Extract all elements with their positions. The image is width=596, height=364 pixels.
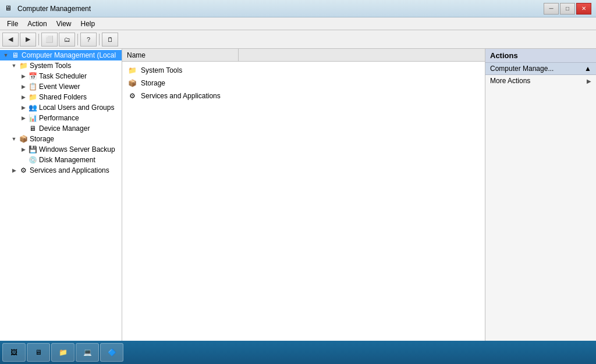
shared-folder-icon: 📁	[28, 92, 37, 102]
folder-icon: 📁	[19, 61, 28, 70]
taskbar-btn-3[interactable]: 📁	[51, 343, 74, 362]
main-area: ▼ 🖥 Computer Management (Local ▼ 📁 Syste…	[0, 49, 596, 352]
actions-section-title[interactable]: Computer Manage... ▲	[485, 63, 596, 75]
tree-label-system-tools: System Tools	[30, 62, 71, 70]
tree-node-storage[interactable]: ▼ 📦 Storage	[0, 134, 122, 144]
tree-expand-services-apps[interactable]: ▶	[9, 166, 19, 175]
services-icon: ⚙	[19, 166, 28, 175]
device-manager-icon: 🖥	[28, 124, 37, 133]
center-header: Name	[122, 49, 485, 62]
menu-bar: File Action View Help	[0, 17, 596, 30]
tree-expand-system-tools[interactable]: ▼	[9, 61, 19, 70]
close-button[interactable]: ✕	[576, 3, 591, 15]
taskbar-btn-2[interactable]: 🖥	[27, 343, 50, 362]
tree-node-windows-backup[interactable]: ▶ 💾 Windows Server Backup	[0, 144, 122, 155]
more-actions-arrow: ▶	[587, 78, 591, 84]
tree-label-windows-backup: Windows Server Backup	[39, 145, 115, 154]
tree-node-services-apps[interactable]: ▶ ⚙ Services and Applications	[0, 165, 122, 176]
center-panel: Name 📁 System Tools 📦 Storage ⚙ Services…	[122, 49, 485, 352]
center-item-storage[interactable]: 📦 Storage	[122, 77, 485, 90]
menu-file[interactable]: File	[2, 19, 23, 29]
center-item-system-tools[interactable]: 📁 System Tools	[122, 64, 485, 77]
toolbar-separator-2	[77, 34, 78, 45]
disk-icon: 💿	[28, 155, 37, 165]
center-storage-icon: 📦	[127, 78, 137, 88]
tree-node-event-viewer[interactable]: ▶ 📋 Event Viewer	[0, 81, 122, 92]
actions-header: Actions	[485, 49, 596, 63]
tree-expand-task-scheduler[interactable]: ▶	[19, 72, 28, 81]
menu-view[interactable]: View	[52, 19, 76, 29]
tree-label-event-viewer: Event Viewer	[39, 83, 80, 91]
center-item-services-apps[interactable]: ⚙ Services and Applications	[122, 90, 485, 102]
event-icon: 📋	[28, 82, 37, 91]
tree-expand-event-viewer[interactable]: ▶	[19, 82, 28, 91]
tree-view: ▼ 🖥 Computer Management (Local ▼ 📁 Syste…	[0, 49, 122, 343]
performance-icon: 📊	[28, 113, 37, 123]
title-bar: 🖥 Computer Management ─ □ ✕	[0, 0, 596, 17]
toolbar-separator-3	[99, 34, 100, 45]
center-label-storage: Storage	[141, 79, 165, 87]
tree-label-root: Computer Management (Local	[22, 51, 116, 59]
tree-expand-performance[interactable]: ▶	[19, 113, 28, 123]
tree-node-root[interactable]: ▼ 🖥 Computer Management (Local	[0, 50, 122, 60]
tree-expand-local-users[interactable]: ▶	[19, 103, 28, 112]
tree-node-performance[interactable]: ▶ 📊 Performance	[0, 113, 122, 123]
toolbar: ◀ ▶ ⬜ 🗂 ? 🗒	[0, 30, 596, 49]
app-icon: 🖥	[5, 4, 14, 13]
users-icon: 👥	[28, 103, 37, 112]
center-folder-icon: 📁	[127, 65, 137, 76]
center-services-icon: ⚙	[127, 91, 137, 101]
menu-help[interactable]: Help	[76, 19, 100, 29]
calendar-icon: 📅	[28, 72, 37, 81]
tree-label-storage: Storage	[30, 135, 54, 143]
tree-label-device-manager: Device Manager	[39, 124, 90, 133]
export-button[interactable]: 🗒	[102, 33, 118, 47]
toolbar-separator-1	[38, 34, 39, 45]
tree-label-shared-folders: Shared Folders	[39, 93, 87, 101]
actions-item-more-actions[interactable]: More Actions ▶	[485, 75, 596, 87]
storage-icon: 📦	[19, 134, 28, 144]
tree-node-disk-management[interactable]: ▶ 💿 Disk Management	[0, 155, 122, 165]
tree-expand-root[interactable]: ▼	[1, 51, 10, 60]
title-bar-buttons: ─ □ ✕	[544, 3, 591, 15]
taskbar-btn-1[interactable]: 🖼	[2, 343, 26, 362]
tree-expand-shared-folders[interactable]: ▶	[19, 92, 28, 102]
show-hide-button[interactable]: 🗂	[59, 33, 75, 47]
tree-node-task-scheduler[interactable]: ▶ 📅 Task Scheduler	[0, 71, 122, 81]
forward-button[interactable]: ▶	[20, 33, 36, 47]
center-label-system-tools: System Tools	[141, 66, 182, 74]
taskbar-btn-4[interactable]: 💻	[76, 343, 99, 362]
name-column-header[interactable]: Name	[122, 49, 239, 61]
center-label-services-apps: Services and Applications	[141, 92, 221, 100]
tree-expand-storage[interactable]: ▼	[9, 134, 19, 144]
actions-section-arrow: ▲	[584, 65, 591, 73]
tree-node-shared-folders[interactable]: ▶ 📁 Shared Folders	[0, 92, 122, 102]
right-panel: Actions Computer Manage... ▲ More Action…	[485, 49, 596, 352]
help-button[interactable]: ?	[80, 33, 97, 47]
computer-icon: 🖥	[10, 51, 20, 60]
back-button[interactable]: ◀	[2, 33, 19, 47]
taskbar-btn-5[interactable]: 🔷	[100, 343, 123, 362]
up-button[interactable]: ⬜	[41, 33, 58, 47]
tree-label-services-apps: Services and Applications	[30, 166, 109, 174]
tree-node-device-manager[interactable]: ▶ 🖥 Device Manager	[0, 123, 122, 134]
backup-icon: 💾	[28, 145, 37, 154]
taskbar: 🖼 🖥 📁 💻 🔷	[0, 341, 596, 364]
actions-section-label: Computer Manage...	[490, 65, 554, 73]
window-title: Computer Management	[17, 5, 91, 13]
tree-label-performance: Performance	[39, 114, 79, 122]
tree-label-task-scheduler: Task Scheduler	[39, 72, 87, 80]
tree-expand-windows-backup[interactable]: ▶	[19, 145, 28, 154]
tree-label-disk-management: Disk Management	[39, 156, 95, 164]
menu-action[interactable]: Action	[23, 19, 51, 29]
maximize-button[interactable]: □	[560, 3, 575, 15]
tree-node-local-users[interactable]: ▶ 👥 Local Users and Groups	[0, 102, 122, 113]
tree-label-local-users: Local Users and Groups	[39, 104, 114, 112]
more-actions-label: More Actions	[490, 77, 530, 85]
minimize-button[interactable]: ─	[544, 3, 559, 15]
tree-node-system-tools[interactable]: ▼ 📁 System Tools	[0, 60, 122, 71]
left-panel: ▼ 🖥 Computer Management (Local ▼ 📁 Syste…	[0, 49, 122, 352]
center-content: 📁 System Tools 📦 Storage ⚙ Services and …	[122, 62, 485, 352]
